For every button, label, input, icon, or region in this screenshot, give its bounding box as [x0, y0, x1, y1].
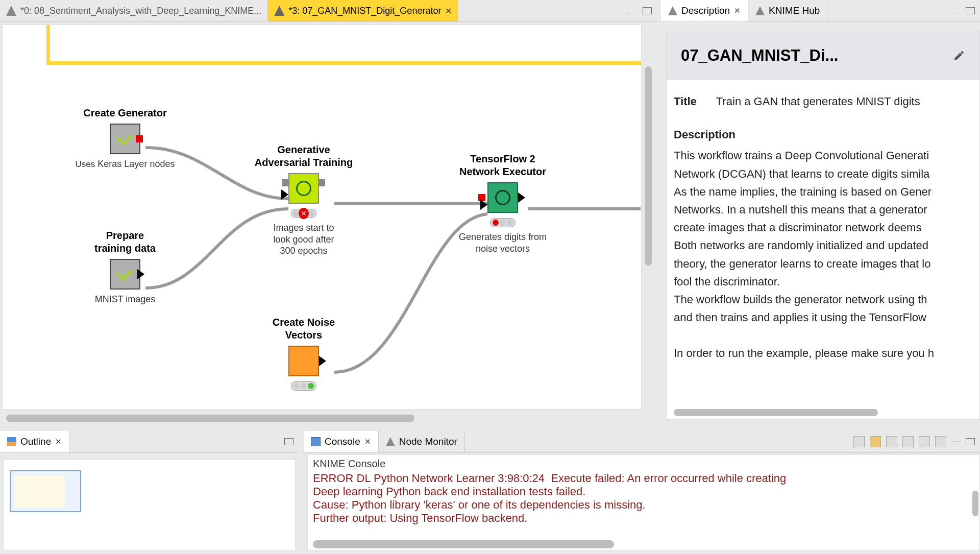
description-header: 07_GAN_MNIST_Di...	[667, 31, 979, 80]
tab-knime-hub[interactable]: KNIME Hub	[748, 0, 827, 21]
outline-icon	[7, 437, 16, 446]
dropdown-button[interactable]	[935, 436, 946, 447]
editor-tab-bar: *0: 08_Sentiment_Analysis_with_Deep_Lear…	[0, 0, 657, 22]
node-status	[490, 218, 516, 227]
tab-label: Description	[681, 5, 730, 16]
workflow-canvas[interactable]: Create Generator Uses Keras Layer nodes …	[2, 25, 642, 410]
title-label: Title	[674, 92, 697, 110]
output-port[interactable]	[319, 356, 326, 366]
check-icon	[116, 129, 134, 146]
maximize-button[interactable]	[643, 7, 652, 14]
outline-panel: Outline ✕	[0, 431, 299, 554]
close-icon[interactable]: ✕	[445, 6, 452, 16]
console-toolbar	[853, 431, 980, 452]
status-dot	[309, 210, 314, 216]
open-console-button[interactable]	[919, 436, 930, 447]
node-title: Create Noise Vectors	[248, 316, 360, 342]
outline-viewport[interactable]	[10, 470, 81, 512]
close-icon[interactable]: ✕	[55, 437, 62, 446]
minimize-button[interactable]	[626, 12, 635, 13]
tab-label: *0: 08_Sentiment_Analysis_with_Deep_Lear…	[20, 6, 261, 16]
maximize-button[interactable]	[966, 438, 975, 445]
lock-scroll-button[interactable]	[870, 436, 881, 447]
close-icon[interactable]: ✕	[364, 437, 371, 446]
input-port[interactable]	[480, 200, 487, 210]
console-icon	[311, 437, 321, 446]
description-panel: Description ✕ KNIME Hub 07_GAN_MNIST_Di.…	[661, 0, 980, 425]
vertical-scrollbar[interactable]	[645, 66, 652, 266]
maximize-button[interactable]	[966, 7, 975, 14]
tab-outline[interactable]: Outline ✕	[0, 431, 69, 452]
node-title: Generative Adversarial Training	[237, 143, 370, 169]
horizontal-scrollbar[interactable]	[6, 415, 414, 422]
workflow-editor: *0: 08_Sentiment_Analysis_with_Deep_Lear…	[0, 0, 657, 425]
knime-icon	[668, 6, 677, 15]
node-tf2-executor[interactable]: TensorFlow 2 Network Executor Generates …	[436, 153, 569, 254]
node-prepare-data[interactable]: Prepare training data MNIST images	[69, 229, 181, 305]
maximize-button[interactable]	[284, 438, 293, 445]
workflow-name-heading: 07_GAN_MNIST_Di...	[681, 46, 838, 65]
output-port[interactable]	[136, 135, 143, 142]
metanode-icon[interactable]	[110, 259, 140, 290]
minimize-button[interactable]	[949, 12, 959, 13]
output-port[interactable]	[137, 269, 144, 279]
atom-icon	[495, 190, 510, 205]
outline-body[interactable]	[3, 460, 296, 551]
status-dot-green	[308, 383, 314, 389]
node-icon[interactable]	[487, 182, 518, 213]
node-title: TensorFlow 2 Network Executor	[436, 153, 569, 178]
tab-label: Outline	[20, 436, 51, 447]
input-port[interactable]	[281, 189, 288, 200]
component-icon[interactable]	[288, 173, 319, 204]
status-dot	[293, 210, 299, 216]
tab-label: Console	[325, 436, 360, 447]
node-description: MNIST images	[69, 294, 181, 305]
status-dot	[301, 383, 307, 389]
status-dot	[293, 383, 300, 389]
pin-button[interactable]	[886, 436, 897, 447]
clear-console-button[interactable]	[853, 436, 865, 447]
console-line: Cause: Python library 'keras' or one of …	[313, 498, 974, 512]
node-description: Uses Keras Layer nodes	[59, 158, 191, 170]
output-port[interactable]	[518, 192, 525, 203]
node-title: Create Generator	[59, 107, 191, 119]
tab-label: KNIME Hub	[769, 5, 820, 16]
error-icon: ✕	[299, 208, 309, 219]
output-port[interactable]	[318, 179, 325, 186]
outline-thumbnail	[14, 475, 65, 507]
tab-node-monitor[interactable]: Node Monitor	[379, 431, 465, 452]
console-line: ERROR DL Python Network Learner 3:98:0:2…	[313, 472, 974, 485]
outline-tab-bar: Outline ✕	[0, 431, 299, 453]
vertical-scrollbar[interactable]	[972, 491, 978, 516]
knime-icon	[755, 6, 765, 15]
tab-label: Node Monitor	[399, 436, 457, 447]
tab-description[interactable]: Description ✕	[661, 0, 748, 21]
horizontal-scrollbar[interactable]	[674, 409, 878, 416]
console-line: Deep learning Python back end installati…	[313, 485, 974, 498]
node-status	[291, 381, 316, 391]
close-icon[interactable]: ✕	[734, 6, 741, 15]
description-label: Description	[674, 126, 972, 143]
metanode-icon[interactable]	[110, 124, 140, 154]
node-create-generator[interactable]: Create Generator Uses Keras Layer nodes	[59, 107, 191, 170]
minimize-button[interactable]	[268, 443, 277, 444]
node-create-noise[interactable]: Create Noise Vectors	[248, 316, 360, 391]
horizontal-scrollbar[interactable]	[313, 540, 614, 548]
tab-gan-mnist[interactable]: *3: 07_GAN_MNIST_Digit_Generator ✕	[268, 0, 458, 21]
right-tab-bar: Description ✕ KNIME Hub	[661, 0, 980, 22]
atom-icon	[296, 181, 311, 196]
tab-sentiment-analysis[interactable]: *0: 08_Sentiment_Analysis_with_Deep_Lear…	[0, 0, 268, 21]
tab-console[interactable]: Console ✕	[304, 431, 379, 452]
knime-icon	[6, 6, 16, 16]
console-tab-bar: Console ✕ Node Monitor	[304, 431, 980, 453]
console-output[interactable]: KNIME Console ERROR DL Python Network Le…	[307, 454, 980, 551]
minimize-button[interactable]	[951, 441, 961, 442]
input-port[interactable]	[282, 179, 289, 186]
display-button[interactable]	[902, 436, 914, 447]
description-text: This workflow trains a Deep Convolutiona…	[674, 147, 972, 362]
node-icon[interactable]	[288, 346, 319, 376]
node-gan-training[interactable]: Generative Adversarial Training ✕ Images…	[237, 143, 370, 257]
console-title: KNIME Console	[313, 458, 974, 470]
edit-icon[interactable]	[953, 50, 965, 62]
annotation-box	[46, 25, 642, 65]
